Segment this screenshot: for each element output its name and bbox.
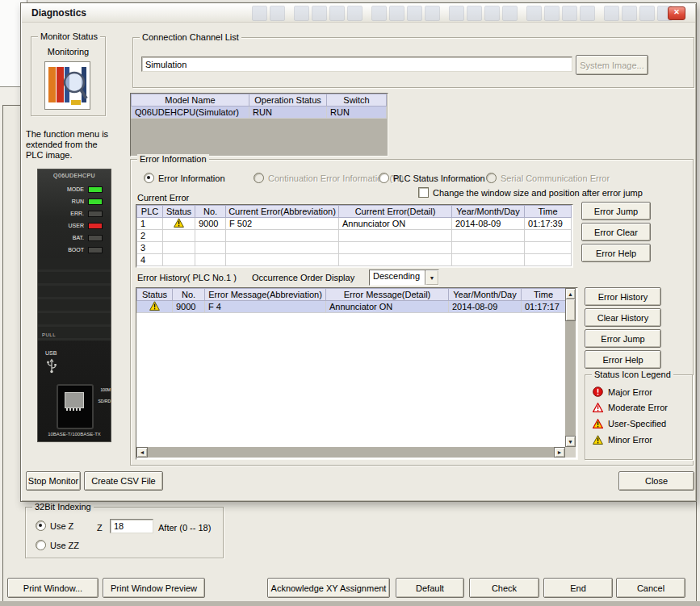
legend-label: User-Specified <box>608 419 666 428</box>
error-help-history-label: Error Help <box>602 355 643 365</box>
connection-channel-input[interactable] <box>141 56 572 72</box>
toolbar-ghost-icon <box>425 6 440 21</box>
radio-dot <box>144 173 154 183</box>
dialog-titlebar[interactable]: Diagnostics <box>22 4 695 23</box>
current-error-table: PLC Status No. Current Error(Abbreviatio… <box>136 204 573 268</box>
default-button[interactable]: Default <box>396 578 464 598</box>
error-information-radio-label: Error Information <box>158 173 225 183</box>
date-cell: 2014-08-09 <box>452 218 525 230</box>
plc-status-radio[interactable]: PLC Status Information <box>379 173 485 183</box>
monitor-status-group-label: Monitor Status <box>38 31 100 42</box>
current-error-row[interactable]: 2 <box>137 230 572 242</box>
date-col-header: Year/Month/Day <box>449 289 522 301</box>
print-window-preview-label: Print Window Preview <box>111 583 197 593</box>
horizontal-scrollbar[interactable]: ◄ ► <box>136 447 565 458</box>
cancel-button[interactable]: Cancel <box>616 578 685 598</box>
toolbar-ghost-icon <box>526 6 542 21</box>
scroll-down-icon[interactable]: ▼ <box>565 436 576 447</box>
acknowledge-xy-label: Acknowledge XY Assignment <box>271 583 387 593</box>
error-help-button[interactable]: Error Help <box>581 244 651 262</box>
occurrence-order-value: Descending <box>370 270 425 285</box>
occurrence-order-dropdown[interactable]: Descending ▼ <box>369 270 439 286</box>
monitor-status-image <box>44 61 90 110</box>
error-clear-button[interactable]: Error Clear <box>581 223 651 241</box>
diagnostics-dialog: Diagnostics <box>20 2 697 502</box>
led-label: USER <box>69 223 84 228</box>
plc-status-radio-label: PLC Status Information <box>393 173 485 183</box>
led-label: ERR. <box>70 211 84 216</box>
resize-after-jump-label: Change the window size and position afte… <box>433 188 643 198</box>
use-zz-label: Use ZZ <box>50 541 79 550</box>
clear-history-button[interactable]: Clear History <box>585 308 661 327</box>
status-col-header: Status <box>137 289 173 301</box>
close-button[interactable]: Close <box>618 471 694 491</box>
clear-history-label: Clear History <box>597 313 649 323</box>
system-image-button[interactable]: System Image... <box>576 55 648 75</box>
plc-led-row: RUN <box>72 198 103 205</box>
plc-cell: 3 <box>137 242 163 254</box>
stop-monitor-label: Stop Monitor <box>28 476 78 486</box>
error-information-radio[interactable]: Error Information <box>144 173 225 183</box>
operation-status-header: Operation Status <box>249 94 327 107</box>
model-status-table: Model Name Operation Status Switch Q06UD… <box>130 93 388 157</box>
scroll-right-icon[interactable]: ► <box>554 447 565 458</box>
use-z-label: Use Z <box>50 521 73 531</box>
plc-image[interactable]: Q06UDEHCPU MODE RUN ERR. USER BAT. <box>37 169 111 442</box>
resize-after-jump-checkbox[interactable]: Change the window size and position afte… <box>418 187 643 198</box>
current-error-row[interactable]: 3 <box>137 242 572 254</box>
occurrence-order-label: Occurrence Order Display <box>252 273 354 282</box>
current-error-row[interactable]: 4 <box>137 254 572 266</box>
error-clear-label: Error Clear <box>594 228 638 237</box>
monitor-status-text: Monitoring <box>31 47 105 56</box>
serial-comm-radio[interactable]: Serial Communication Error <box>486 173 610 183</box>
chevron-down-icon[interactable]: ▼ <box>425 270 438 285</box>
radio-dot <box>486 173 497 183</box>
end-button[interactable]: End <box>543 578 613 598</box>
moderate-error-icon <box>593 403 603 412</box>
warning-icon <box>174 218 184 228</box>
user-specified-icon <box>593 419 603 428</box>
major-error-icon <box>593 387 603 397</box>
toolbar-ghost-icon <box>502 6 518 21</box>
indexing-group-label: 32Bit Indexing <box>32 502 94 512</box>
error-history-button[interactable]: Error History <box>585 287 661 306</box>
plc-model-label: Q06UDEHCPU <box>38 173 111 178</box>
history-header: Status No. Error Message(Abbreviation) E… <box>137 289 566 301</box>
current-error-row[interactable]: 1 9000 F 502 Annunciator ON 2014-08-09 0… <box>137 218 572 230</box>
plc-led-row: BOOT <box>68 246 103 253</box>
model-table-row[interactable]: Q06UDEHCPU(Simulator) RUN RUN <box>132 107 387 119</box>
use-zz-radio[interactable]: Use ZZ <box>36 540 79 550</box>
print-window-button[interactable]: Print Window... <box>7 578 99 598</box>
error-jump-button[interactable]: Error Jump <box>581 202 651 220</box>
z-value-input[interactable] <box>110 519 153 533</box>
stop-monitor-button[interactable]: Stop Monitor <box>26 471 81 491</box>
acknowledge-xy-button[interactable]: Acknowledge XY Assignment <box>267 578 390 598</box>
plc-led-row: BAT. <box>73 234 103 241</box>
error-jump-history-button[interactable]: Error Jump <box>585 329 661 348</box>
end-label: End <box>570 583 586 593</box>
use-z-radio[interactable]: Use Z <box>36 520 73 531</box>
legend-label: Major Error <box>608 387 652 397</box>
vertical-scroll-thumb[interactable] <box>565 299 576 321</box>
legend-item-moderate: Moderate Error <box>593 403 668 412</box>
scroll-up-icon[interactable]: ▲ <box>565 288 576 299</box>
print-window-preview-button[interactable]: Print Window Preview <box>103 578 205 598</box>
radio-dot <box>36 540 46 550</box>
close-label: Close <box>645 476 668 486</box>
create-csv-button[interactable]: Create CSV File <box>84 471 163 491</box>
close-icon[interactable]: ✕ <box>668 6 685 20</box>
vertical-scrollbar[interactable]: ▲ ▼ <box>565 288 576 447</box>
scroll-left-icon[interactable]: ◄ <box>136 447 148 458</box>
plc-note: The function menu is extended from the P… <box>26 129 113 161</box>
toolbar-ghost-icon <box>604 6 619 21</box>
check-button[interactable]: Check <box>469 578 539 598</box>
toolbar-ghost-icon <box>389 6 404 21</box>
toolbar-ghost-icon <box>639 6 655 21</box>
msg-detail-cell: Annunciator ON <box>326 301 449 313</box>
history-row[interactable]: 9000 F 4 Annunciator ON 2014-08-09 01:17… <box>137 301 566 313</box>
sdrd-label: SD/RD <box>98 399 111 403</box>
error-help-history-button[interactable]: Error Help <box>585 350 661 369</box>
toolbar-ghost-icon <box>329 6 345 21</box>
legend-item-minor: Minor Error <box>593 435 652 445</box>
dialog-title: Diagnostics <box>31 7 86 19</box>
